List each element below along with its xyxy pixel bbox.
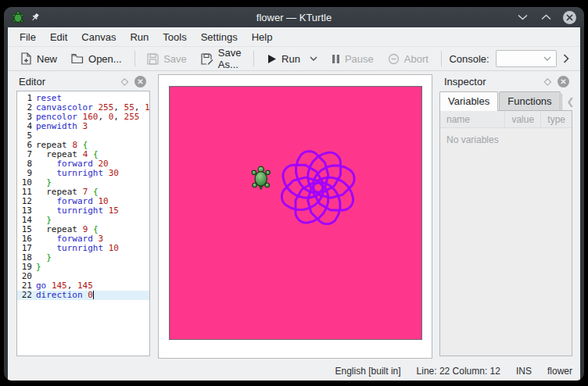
menu-file[interactable]: File	[13, 29, 43, 45]
editor-panel-title: Editor	[19, 76, 45, 88]
editor-panel: Editor ◇ ✕ 1reset2canvascolor 255, 55, 1…	[11, 73, 154, 360]
tab-scroll-right-icon[interactable]: ❯	[583, 96, 584, 107]
new-document-icon	[20, 52, 32, 65]
code-line: 19}	[17, 263, 149, 272]
toolbar-separator	[134, 51, 135, 66]
combo-chevron-icon	[543, 56, 551, 61]
window-title: flower — KTurtle	[121, 12, 467, 23]
inspector-close-icon[interactable]: ✕	[558, 76, 569, 88]
tab-scroll-left-icon[interactable]: ❮	[567, 96, 575, 107]
inspector-panel: Inspector ◇ ✕ VariablesFunctions❮❯ namev…	[436, 73, 577, 360]
app-window: flower — KTurtle FileEditCanvasRunToolsS…	[4, 7, 584, 381]
toolbar-separator	[441, 51, 442, 66]
code-text: }	[32, 253, 52, 263]
titlebar[interactable]: flower — KTurtle	[4, 7, 584, 27]
column-header-type[interactable]: type	[541, 111, 572, 127]
save-icon	[147, 53, 159, 65]
menu-settings[interactable]: Settings	[194, 29, 245, 45]
turtle-canvas[interactable]	[169, 86, 422, 340]
column-header-name[interactable]: name	[440, 111, 505, 127]
save-button[interactable]: Save	[141, 50, 193, 68]
new-button[interactable]: New	[14, 49, 63, 68]
toolbar-overflow-button[interactable]	[558, 52, 574, 65]
menu-help[interactable]: Help	[245, 29, 280, 45]
pause-icon	[332, 54, 340, 64]
variables-table-header: namevaluetype	[440, 111, 572, 128]
code-text: }	[32, 263, 41, 272]
code-line: 4penwidth 3	[17, 122, 149, 131]
editor-float-icon[interactable]: ◇	[121, 76, 128, 87]
status-language: English [built in]	[335, 366, 401, 377]
editor-code[interactable]: 1reset2canvascolor 255, 55, 1403pencolor…	[16, 91, 150, 356]
status-document-name: flower	[547, 366, 572, 377]
toolbar: New Open... Save	[8, 46, 580, 71]
variables-table: namevaluetype No variables	[439, 110, 572, 356]
editor-close-icon[interactable]: ✕	[134, 76, 146, 88]
menubar: FileEditCanvasRunToolsSettingsHelp	[8, 27, 580, 46]
tab-variables[interactable]: Variables	[439, 91, 498, 111]
maximize-icon[interactable]	[540, 11, 552, 23]
toolbar-separator	[253, 51, 254, 66]
pause-button[interactable]: Pause	[325, 50, 380, 68]
open-folder-icon	[71, 53, 84, 64]
run-play-icon	[267, 54, 277, 64]
run-button[interactable]: Run	[260, 50, 307, 68]
menu-edit[interactable]: Edit	[43, 29, 74, 45]
column-header-value[interactable]: value	[505, 111, 541, 127]
minimize-icon[interactable]	[516, 11, 529, 23]
abort-button[interactable]: Abort	[382, 50, 435, 68]
no-variables-text: No variables	[440, 128, 572, 152]
save-as-button[interactable]: Save As...	[195, 44, 248, 73]
console-input[interactable]	[496, 50, 557, 67]
status-cursor-position: Line: 22 Column: 12	[417, 366, 500, 377]
canvas-panel	[157, 73, 433, 360]
pin-icon[interactable]	[30, 13, 40, 22]
code-text: penwidth 3	[32, 122, 88, 131]
save-as-icon	[201, 53, 213, 65]
code-text: direction 0	[32, 291, 93, 300]
open-button[interactable]: Open...	[65, 50, 128, 68]
inspector-float-icon[interactable]: ◇	[544, 76, 551, 87]
abort-icon	[388, 53, 400, 65]
statusbar: English [built in]Line: 22 Column: 12INS…	[8, 362, 580, 381]
status-insert-mode: INS	[516, 366, 532, 377]
tab-functions[interactable]: Functions	[499, 91, 560, 110]
inspector-tabbar: VariablesFunctions❮❯	[439, 91, 572, 110]
text-cursor	[93, 291, 94, 299]
menu-run[interactable]: Run	[123, 29, 156, 45]
run-dropdown-icon[interactable]	[308, 56, 324, 61]
close-icon[interactable]	[563, 11, 576, 24]
menu-tools[interactable]: Tools	[156, 29, 193, 45]
console-label: Console:	[449, 53, 489, 65]
menu-canvas[interactable]: Canvas	[74, 29, 123, 45]
kturtle-app-icon	[12, 11, 24, 23]
code-line: 22direction 0	[17, 291, 149, 300]
canvas-view[interactable]	[158, 74, 432, 359]
line-number: 22	[17, 291, 32, 300]
inspector-panel-title: Inspector	[444, 76, 486, 88]
